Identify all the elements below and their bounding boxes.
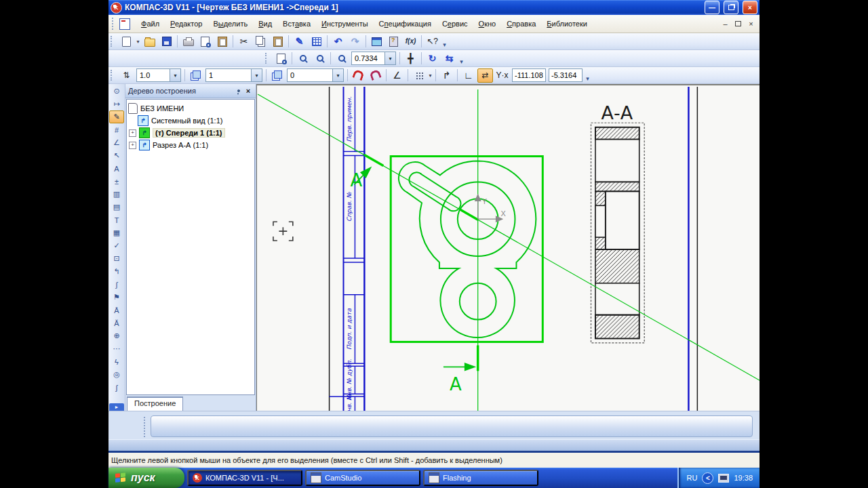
coordinates-icon-button[interactable]: Y·x [494,68,510,83]
tree-item-document[interactable]: БЕЗ ИМЕНИ [128,102,253,115]
toolbar-overflow-chevron[interactable]: ▾ [441,34,448,49]
print-preview-button[interactable] [197,35,213,49]
cursor-step-button[interactable]: ⇅ [119,68,134,83]
undo-button[interactable]: ↶ [330,35,346,49]
tree-item-front-view[interactable]: + ↱ (т) Спереди 1 (1:1) [138,127,253,139]
zoom-actual-button[interactable] [312,52,328,66]
menu-Выделить[interactable]: Выделить [208,18,253,30]
front-view[interactable] [399,89,536,411]
toolbar-gripper[interactable] [111,36,115,47]
minimize-button[interactable]: — [705,1,719,14]
menu-Справка[interactable]: Справка [501,18,541,30]
menu-Вставка[interactable]: Вставка [277,18,316,30]
coordinate-x-field[interactable]: -111.108 [512,68,546,82]
zoom-selected-button[interactable] [295,52,311,66]
current-view-value[interactable]: 1 [206,71,251,79]
drawing-canvas[interactable]: Перв. примен. Справ. № Подп. и дата Инв.… [256,84,760,411]
refresh-image-button[interactable]: ⇆ [441,52,457,66]
close-button[interactable]: × [743,1,757,14]
tree-close-icon[interactable]: × [243,86,253,96]
menu-Редактор[interactable]: Редактор [165,18,208,30]
cursor-step-value-combo[interactable]: 1.0▾ [136,68,181,82]
zoom-rectangle-button[interactable] [334,52,349,66]
panel-dimensions-button[interactable]: ↦ [109,98,124,110]
panel-letter-right-button[interactable]: Ă [109,317,124,329]
snap-settings-button[interactable] [351,68,366,83]
panel-designations-button[interactable]: A [109,162,124,175]
menu-Спецификация[interactable]: Спецификация [374,18,437,30]
panel-tolerance-button[interactable]: ✓ [109,239,124,252]
section-view-a-a[interactable]: А-А [591,102,645,343]
zoom-scale-combo[interactable]: 0.7334▾ [351,52,396,65]
toolbar-gripper[interactable] [111,70,115,81]
toolbar-gripper[interactable] [265,53,270,64]
grid-toggle-button[interactable] [411,68,427,83]
chevron-down-icon[interactable]: ▾ [251,69,262,81]
open-document-button[interactable] [142,35,157,49]
pan-button[interactable]: ╋ [403,52,418,66]
angle-snap-button[interactable]: ∠ [389,68,405,83]
part-outline[interactable] [399,161,536,338]
view-list-button[interactable] [188,68,203,83]
window-manager-button[interactable] [369,35,384,49]
panel-expander-icon[interactable]: ► [109,403,124,411]
menu-Инструменты[interactable]: Инструменты [316,18,374,30]
snap-toggle-button[interactable] [368,68,383,83]
layer-list-button[interactable] [269,68,285,83]
panel-document-check-button[interactable]: ▤ [109,201,124,214]
variables-button[interactable]: f(x) [403,35,418,49]
panel-flag-mark-button[interactable]: ⚑ [109,291,124,304]
menu-Библиотеки[interactable]: Библиотеки [541,18,593,30]
paste-button[interactable] [270,35,285,49]
panel-table-input-button[interactable]: ▦ [109,226,124,239]
property-bar-gripper[interactable] [144,417,145,437]
expander-icon[interactable]: + [129,142,136,149]
panel-circle-mark-button[interactable]: ⊕ [109,329,124,342]
new-document-dropdown[interactable]: ▾ [135,39,141,45]
tree-panel-header[interactable]: Дерево построения × [125,84,256,98]
panel-selection-button[interactable]: ↖ [109,149,124,162]
current-layer-value[interactable]: 0 [288,71,332,79]
panel-parametrization-button[interactable]: # [109,123,124,136]
panel-lightning-button[interactable]: ϟ [109,355,124,368]
save-document-button[interactable] [159,35,174,49]
calculator-button[interactable] [386,35,401,49]
show-all-button[interactable] [273,52,289,66]
zoom-scale-value[interactable]: 0.7334 [352,54,384,62]
toolbar-overflow-chevron[interactable]: ▾ [584,68,591,83]
print-button[interactable] [180,35,196,49]
menu-Окно[interactable]: Окно [473,18,502,30]
pin-icon[interactable] [234,86,243,96]
mdi-restore-button[interactable] [732,19,744,29]
panel-letter-down-button[interactable]: Ā [109,304,124,317]
ortho-mode-button[interactable]: ∟ [460,68,476,83]
panel-geometry-button[interactable]: ⊙ [109,85,124,98]
language-bar-icon[interactable]: < [702,472,713,484]
menu-Сервис[interactable]: Сервис [437,18,473,30]
panel-editing-button[interactable]: ✎ [109,110,124,123]
menu-Файл[interactable]: Файл [136,18,165,30]
tree-item-section-view[interactable]: + ↱ Разрез А-А (1:1) [138,139,253,151]
task-kompas[interactable]: KКОМПАС-3D V11 - [Ч... [187,470,302,486]
task-camstudio[interactable]: CamStudio [305,470,420,486]
tree-item-system-view[interactable]: ↱ Системный вид (1:1) [138,115,253,127]
grid-dropdown[interactable]: ▾ [427,73,433,79]
task-flashing[interactable]: Flashing [423,470,538,486]
panel-spec-objects-button[interactable]: ▥ [109,188,124,201]
object-properties-button[interactable] [309,35,324,49]
panel-axis-line-button[interactable]: ⋯ [109,342,124,355]
toolbar-overflow-chevron[interactable]: ▾ [458,51,465,66]
rebuild-view-button[interactable]: ↻ [425,52,440,66]
current-layer-combo[interactable]: 0▾ [287,68,344,82]
local-cs-button[interactable]: ↱ [439,68,454,83]
panel-base-point-button[interactable]: ⊡ [109,252,124,265]
cut-button[interactable]: ✂ [236,35,252,49]
coordinate-y-field[interactable]: -5.3164 [549,68,583,82]
start-button[interactable]: пуск [108,468,184,488]
restore-button[interactable] [724,1,738,14]
menu-Вид[interactable]: Вид [253,18,277,30]
recorder-tray-icon[interactable] [718,474,729,483]
panel-arrow-note-button[interactable]: ↰ [109,265,124,278]
chevron-down-icon[interactable]: ▾ [170,69,180,81]
rounding-mode-button[interactable]: ⇄ [477,68,493,83]
